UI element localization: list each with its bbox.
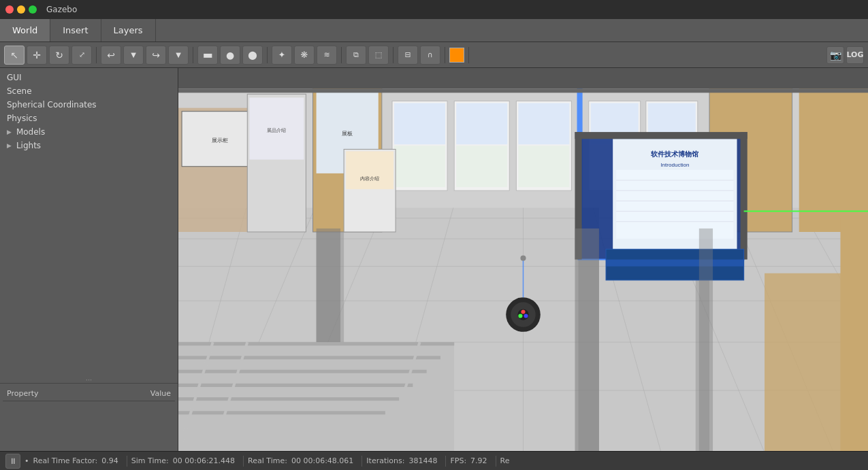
svg-rect-69: [575, 132, 581, 259]
undo-dropdown-button[interactable]: ▼: [123, 46, 144, 65]
svg-line-10: [213, 204, 317, 451]
minimize-button[interactable]: [17, 5, 25, 14]
tree-item-scene[interactable]: Scene: [0, 84, 178, 98]
status-bar: ⏸ • Real Time Factor: 0.94 Sim Time: 00 …: [0, 451, 868, 470]
real-time-factor-label: Real Time Factor:: [33, 456, 98, 465]
svg-rect-55: [709, 87, 792, 232]
properties-panel: Property Value: [0, 383, 178, 451]
tab-insert[interactable]: Insert: [50, 19, 101, 41]
sim-time-label: Sim Time:: [131, 456, 169, 465]
tree-item-gui[interactable]: GUI: [0, 71, 178, 84]
scale-tool-button[interactable]: ⤢: [71, 46, 92, 65]
svg-rect-59: [579, 135, 744, 259]
status-extra: Re: [500, 456, 510, 465]
svg-line-16: [730, 204, 833, 451]
dir-light-button[interactable]: ≋: [317, 46, 337, 65]
snap-button[interactable]: ∩: [420, 46, 440, 65]
iterations-label: Iterations:: [366, 456, 404, 465]
insert-box-button[interactable]: ▬: [197, 46, 218, 65]
align-button[interactable]: ⊟: [398, 46, 418, 65]
toolbar-separator-1: [96, 47, 97, 63]
svg-rect-74: [606, 260, 744, 267]
toolbar-separator-6: [445, 47, 445, 63]
3d-viewport[interactable]: 展示柜 展品介绍 展板: [178, 68, 868, 451]
iterations-value: 381448: [408, 456, 437, 465]
status-sep-3: [361, 456, 362, 467]
screenshot-button[interactable]: 📷: [826, 46, 844, 64]
svg-point-85: [521, 309, 525, 314]
svg-rect-36: [394, 103, 445, 145]
svg-rect-60: [613, 139, 737, 256]
svg-rect-47: [589, 101, 641, 191]
svg-rect-19: [579, 204, 599, 451]
svg-rect-46: [577, 68, 583, 225]
svg-text:展品介绍: 展品介绍: [267, 128, 286, 133]
window-controls[interactable]: [5, 5, 37, 14]
svg-line-97: [178, 342, 213, 451]
color-swatch[interactable]: [449, 48, 464, 63]
redo-dropdown-button[interactable]: ▼: [168, 46, 189, 65]
svg-rect-77: [346, 151, 393, 189]
svg-rect-32: [317, 90, 379, 173]
maximize-button[interactable]: [29, 5, 37, 14]
svg-rect-54: [648, 146, 696, 187]
status-sep-5: [496, 456, 496, 467]
svg-rect-35: [392, 101, 447, 191]
svg-rect-51: [646, 101, 698, 191]
svg-point-87: [524, 314, 528, 318]
svg-line-14: [592, 204, 661, 451]
toolbar-separator-7: [468, 47, 469, 63]
close-button[interactable]: [5, 5, 14, 14]
svg-rect-39: [454, 101, 509, 191]
svg-rect-104: [178, 88, 868, 93]
title-bar: Gazebo: [0, 0, 868, 19]
svg-point-84: [517, 309, 528, 320]
svg-line-17: [799, 204, 868, 451]
copy-button[interactable]: ⧉: [346, 46, 366, 65]
pause-button[interactable]: ⏸: [5, 454, 20, 469]
svg-line-99: [385, 342, 420, 451]
svg-rect-58: [579, 135, 744, 259]
paste-button[interactable]: ⬚: [368, 46, 389, 65]
svg-text:内容介绍: 内容介绍: [360, 176, 379, 182]
svg-rect-24: [182, 112, 257, 167]
tree-item-models[interactable]: Models: [0, 125, 178, 139]
point-light-button[interactable]: ✦: [272, 46, 292, 65]
svg-rect-28: [249, 97, 304, 159]
svg-rect-70: [741, 132, 748, 259]
tab-world[interactable]: World: [0, 19, 50, 41]
fps-label: FPS:: [450, 456, 466, 465]
log-button[interactable]: LOG: [846, 46, 864, 64]
svg-rect-103: [178, 68, 868, 88]
svg-rect-42: [516, 101, 571, 191]
tab-layers[interactable]: Layers: [101, 19, 156, 41]
tree-item-lights[interactable]: Lights: [0, 139, 178, 152]
tree-item-spherical-coordinates[interactable]: Spherical Coordinates: [0, 98, 178, 112]
toolbar-separator-5: [393, 47, 393, 63]
insert-sphere-button[interactable]: ●: [220, 46, 240, 65]
translate-tool-button[interactable]: ✛: [27, 46, 47, 65]
toolbar: ↖ ✛ ↻ ⤢ ↩ ▼ ↪ ▼ ▬ ● ⬤ ✦ ❋ ≋ ⧉ ⬚: [0, 42, 868, 68]
redo-button[interactable]: ↪: [146, 46, 166, 65]
svg-text:展示柜: 展示柜: [212, 137, 228, 144]
svg-rect-92: [178, 356, 440, 359]
toolbar-separator-3: [267, 47, 268, 63]
svg-line-11: [282, 204, 385, 451]
panel-resize-handle[interactable]: ···: [0, 376, 178, 383]
svg-rect-38: [454, 101, 509, 191]
svg-text:Introduction: Introduction: [660, 162, 689, 168]
svg-rect-52: [646, 101, 698, 191]
sim-time-value: 00 00:06:21.448: [173, 456, 235, 465]
insert-cylinder-button[interactable]: ⬤: [242, 46, 263, 65]
tree-item-physics[interactable]: Physics: [0, 112, 178, 125]
svg-rect-71: [575, 132, 747, 139]
svg-rect-41: [456, 146, 507, 187]
svg-point-89: [520, 255, 526, 261]
select-tool-button[interactable]: ↖: [4, 46, 25, 65]
svg-rect-96: [178, 411, 385, 414]
svg-rect-31: [313, 87, 382, 232]
undo-button[interactable]: ↩: [101, 46, 121, 65]
real-time-label: Real Time:: [248, 456, 287, 465]
spot-light-button[interactable]: ❋: [294, 46, 315, 65]
rotate-tool-button[interactable]: ↻: [49, 46, 69, 65]
